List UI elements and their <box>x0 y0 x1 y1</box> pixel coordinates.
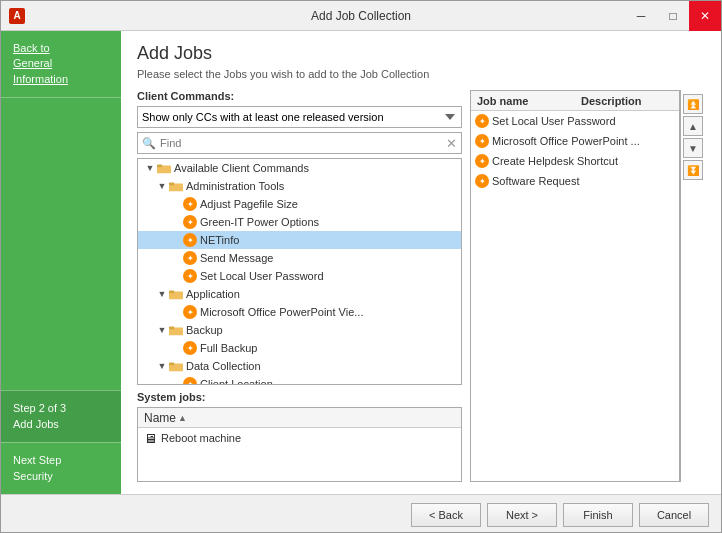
sort-icon: ▲ <box>178 413 187 423</box>
panels: Client Commands: Show only CCs with at l… <box>137 90 705 482</box>
next-button[interactable]: Next > <box>487 503 557 527</box>
scroll-up-button[interactable]: ▲ <box>683 116 703 136</box>
list-item[interactable]: Client Location <box>138 375 461 385</box>
right-panel-container: Job name Description Set Local User Pass… <box>470 90 705 482</box>
sj-name-header: Name ▲ <box>138 411 193 425</box>
command-icon <box>183 215 197 229</box>
expand-icon <box>170 252 182 264</box>
sidebar-next-step: Next StepSecurity <box>1 442 121 494</box>
command-icon <box>183 377 197 385</box>
system-jobs-header: Name ▲ <box>138 408 461 428</box>
list-item[interactable]: ▼ Application <box>138 285 461 303</box>
expand-icon <box>170 270 182 282</box>
list-item[interactable]: Green-IT Power Options <box>138 213 461 231</box>
content-area: Add Jobs Please select the Jobs you wish… <box>121 31 721 494</box>
job-name-column-header: Job name <box>471 91 575 110</box>
list-item[interactable]: Software Request <box>471 171 679 191</box>
scroll-top-button[interactable]: ⏫ <box>683 94 703 114</box>
expand-icon <box>170 198 182 210</box>
list-item[interactable]: Adjust Pagefile Size <box>138 195 461 213</box>
command-icon <box>475 154 489 168</box>
system-jobs-table[interactable]: Name ▲ 🖥 Reboot machine <box>137 407 462 482</box>
sidebar: Back toGeneral Information Step 2 of 3Ad… <box>1 31 121 494</box>
system-job-name: Reboot machine <box>161 432 241 444</box>
close-button[interactable]: ✕ <box>689 1 721 31</box>
command-icon <box>183 341 197 355</box>
list-item[interactable]: Full Backup <box>138 339 461 357</box>
list-item[interactable]: Set Local User Password <box>138 267 461 285</box>
expand-icon <box>170 342 182 354</box>
tree-node-label: Send Message <box>200 252 273 264</box>
left-panel: Client Commands: Show only CCs with at l… <box>137 90 462 482</box>
expand-icon <box>170 234 182 246</box>
folder-icon <box>157 162 171 174</box>
list-item[interactable]: ▼ Data Collection <box>138 357 461 375</box>
command-icon <box>475 114 489 128</box>
scroll-down-button[interactable]: ▼ <box>683 138 703 158</box>
maximize-button[interactable]: □ <box>657 1 689 31</box>
folder-icon <box>169 360 183 372</box>
cancel-button[interactable]: Cancel <box>639 503 709 527</box>
scroll-bottom-button[interactable]: ⏬ <box>683 160 703 180</box>
list-item[interactable]: 🖥 Reboot machine <box>138 428 461 448</box>
expand-icon <box>170 216 182 228</box>
system-jobs-label: System jobs: <box>137 391 462 403</box>
finish-button[interactable]: Finish <box>563 503 633 527</box>
expand-icon <box>170 378 182 385</box>
search-icon: 🔍 <box>138 137 160 150</box>
job-list-panel: Job name Description Set Local User Pass… <box>470 90 680 482</box>
job-item-name: Set Local User Password <box>492 115 675 127</box>
list-item[interactable]: Microsoft Office PowerPoint Vie... <box>138 303 461 321</box>
expand-icon[interactable]: ▼ <box>156 360 168 372</box>
command-icon <box>183 197 197 211</box>
list-item[interactable]: ▼ Administration Tools <box>138 177 461 195</box>
client-commands-label: Client Commands: <box>137 90 462 102</box>
command-icon <box>183 269 197 283</box>
minimize-button[interactable]: ─ <box>625 1 657 31</box>
app-icon: A <box>9 8 25 24</box>
tree-node-label: Set Local User Password <box>200 270 324 282</box>
cc-filter-dropdown[interactable]: Show only CCs with at least one released… <box>137 106 462 128</box>
tree-node-label: Adjust Pagefile Size <box>200 198 298 210</box>
tree-container[interactable]: ▼ Available Client Commands ▼ Administra… <box>137 158 462 385</box>
expand-icon[interactable]: ▼ <box>144 162 156 174</box>
tree-node-label: Green-IT Power Options <box>200 216 319 228</box>
command-icon <box>183 251 197 265</box>
list-item[interactable]: ▼ Available Client Commands <box>138 159 461 177</box>
tree-node-label: Administration Tools <box>186 180 284 192</box>
command-icon <box>475 134 489 148</box>
expand-icon[interactable]: ▼ <box>156 324 168 336</box>
list-item[interactable]: NETinfo <box>138 231 461 249</box>
main-layout: Back toGeneral Information Step 2 of 3Ad… <box>1 31 721 494</box>
expand-icon[interactable]: ▼ <box>156 288 168 300</box>
list-item[interactable]: Send Message <box>138 249 461 267</box>
list-item[interactable]: Create Helpdesk Shortcut <box>471 151 679 171</box>
tree-node-label: Microsoft Office PowerPoint Vie... <box>200 306 363 318</box>
tree-node-label: NETinfo <box>200 234 239 246</box>
arrow-panel: ⏫ ▲ ▼ ⏬ <box>680 90 705 482</box>
search-input[interactable] <box>160 137 442 149</box>
tree-node-label: Backup <box>186 324 223 336</box>
job-item-name: Create Helpdesk Shortcut <box>492 155 675 167</box>
titlebar: A Add Job Collection ─ □ ✕ <box>1 1 721 31</box>
folder-icon <box>169 324 183 336</box>
computer-icon: 🖥 <box>138 431 157 446</box>
back-button[interactable]: < Back <box>411 503 481 527</box>
list-item[interactable]: Microsoft Office PowerPoint ... <box>471 131 679 151</box>
tree-node-label: Application <box>186 288 240 300</box>
command-icon <box>183 305 197 319</box>
tree-node-label: Available Client Commands <box>174 162 309 174</box>
sidebar-back-link[interactable]: Back toGeneral Information <box>1 31 121 98</box>
search-clear-icon[interactable]: ✕ <box>442 136 461 151</box>
list-item[interactable]: ▼ Backup <box>138 321 461 339</box>
page-title: Add Jobs <box>137 43 705 64</box>
expand-icon[interactable]: ▼ <box>156 180 168 192</box>
sj-name-label: Name <box>144 411 176 425</box>
svg-rect-9 <box>169 363 174 366</box>
svg-rect-5 <box>169 291 174 294</box>
description-column-header: Description <box>575 91 679 110</box>
job-list[interactable]: Set Local User Password Microsoft Office… <box>471 111 679 481</box>
list-item[interactable]: Set Local User Password <box>471 111 679 131</box>
folder-icon <box>169 288 183 300</box>
command-icon <box>475 174 489 188</box>
